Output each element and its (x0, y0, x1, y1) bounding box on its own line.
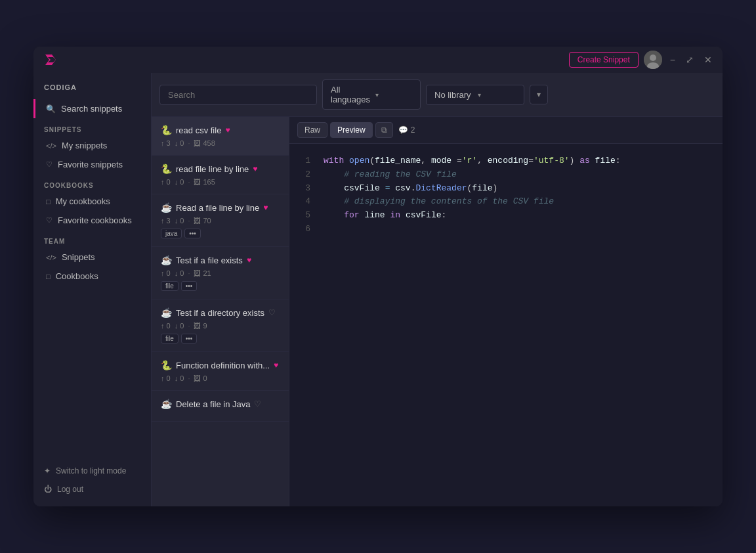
snippet-card[interactable]: 🐍 read csv file ♥ ↑ 3 ↓ 0 · 🖼 458 (152, 117, 289, 156)
sidebar-brand: CODIGA (33, 78, 151, 99)
snippet-tags: file ••• (161, 281, 280, 291)
snippet-title: ☕ Read a file line by line ♥ (161, 202, 280, 213)
logout-button[interactable]: ⏻ Log out (33, 480, 151, 498)
top-bar: All languages ▾ No library ▾ ▾ (152, 73, 723, 117)
comment-icon: 💬 (398, 125, 408, 135)
close-button[interactable]: ✕ (702, 53, 715, 66)
line-code: # reading the CSV file (324, 168, 457, 182)
code-toolbar: Raw Preview ⧉ 💬 2 (289, 117, 723, 144)
comment-button[interactable]: 💬 2 (398, 125, 415, 135)
downvote-count: ↓ 0 (175, 139, 184, 147)
book-icon: □ (46, 198, 51, 206)
snippets-section-title: SNIPPETS (33, 118, 151, 136)
snippet-card[interactable]: ☕ Read a file line by line ♥ ↑ 3 ↓ 0 · 🖼… (152, 194, 289, 247)
svg-marker-1 (48, 57, 56, 62)
snippet-list: 🐍 read csv file ♥ ↑ 3 ↓ 0 · 🖼 458 (152, 117, 289, 506)
upvote-count: ↑ 0 (161, 269, 171, 277)
favorite-heart-outline-icon: ♡ (268, 308, 276, 317)
snippet-title: ☕ Test if a file exists ♥ (161, 255, 280, 265)
downvote-count: ↓ 0 (175, 322, 184, 330)
snippet-emoji: ☕ (161, 255, 172, 265)
line-code: # displaying the contents of the CSV fil… (324, 195, 554, 209)
comment-count: 2 (411, 125, 415, 135)
line-code: csvFile = csv.DictReader(file) (324, 182, 497, 196)
code-line: 1 with open(file_name, mode ='r', encodi… (300, 154, 712, 168)
tag-more[interactable]: ••• (184, 229, 201, 238)
copy-button[interactable]: ⧉ (375, 122, 393, 138)
snippet-name: Function definition with... (176, 361, 270, 370)
favorite-snippets-label: Favorite snippets (58, 160, 123, 169)
tag[interactable]: java (161, 229, 182, 238)
view-count: 🖼 165 (194, 178, 215, 186)
tag-more[interactable]: ••• (181, 334, 198, 343)
line-number: 1 (300, 154, 310, 168)
logout-label: Log out (57, 485, 83, 494)
team-book-icon: □ (46, 273, 51, 280)
snippet-card[interactable]: ☕ Test if a file exists ♥ ↑ 0 ↓ 0 · 🖼 21… (152, 247, 289, 299)
tag-more[interactable]: ••• (181, 281, 198, 291)
line-number: 3 (300, 182, 310, 196)
sidebar-item-team-cookbooks[interactable]: □ Cookbooks (33, 267, 151, 286)
snippet-card[interactable]: ☕ Delete a file in Java ♡ (152, 391, 289, 422)
snippet-meta: ↑ 3 ↓ 0 · 🖼 458 (161, 139, 280, 147)
search-input[interactable] (159, 85, 317, 105)
tag[interactable]: file (161, 334, 178, 343)
snippet-name: Test if a file exists (176, 255, 243, 265)
snippet-meta: ↑ 0 ↓ 0 · 🖼 21 (161, 269, 280, 277)
sidebar-search-snippets[interactable]: 🔍 Search snippets (33, 99, 151, 118)
favorite-heart-icon: ♥ (247, 255, 251, 265)
sidebar-item-my-cookbooks[interactable]: □ My cookbooks (33, 192, 151, 211)
library-dropdown-label: No library (434, 90, 472, 100)
cookbooks-section-title: COOKBOOKS (33, 174, 151, 192)
snippet-meta: ↑ 3 ↓ 0 · 🖼 70 (161, 217, 280, 225)
snippet-card[interactable]: 🐍 Function definition with... ♥ ↑ 0 ↓ 0 … (152, 352, 289, 391)
create-snippet-button[interactable]: Create Snippet (569, 52, 639, 68)
sidebar: CODIGA 🔍 Search snippets SNIPPETS </> My… (33, 73, 152, 506)
right-panel: All languages ▾ No library ▾ ▾ 🐍 read (152, 73, 723, 506)
snippet-title: ☕ Delete a file in Java ♡ (161, 399, 280, 409)
line-number: 5 (300, 209, 310, 223)
code-line: 4 # displaying the contents of the CSV f… (300, 195, 712, 209)
tag[interactable]: file (161, 281, 178, 291)
line-number: 4 (300, 195, 310, 209)
snippet-name: read file line by line (176, 164, 249, 174)
view-count: 🖼 21 (194, 269, 211, 277)
team-cookbooks-label: Cookbooks (56, 271, 98, 281)
sidebar-item-favorite-cookbooks[interactable]: ♡ Favorite cookbooks (33, 211, 151, 230)
view-count: 🖼 458 (194, 139, 215, 147)
view-count: 🖼 0 (194, 374, 207, 382)
my-snippets-label: My snippets (62, 141, 107, 150)
switch-theme-label: Switch to light mode (56, 466, 126, 476)
line-number: 2 (300, 168, 310, 182)
sidebar-item-team-snippets[interactable]: </> Snippets (33, 248, 151, 267)
language-dropdown-label: All languages (331, 85, 370, 104)
maximize-button[interactable]: ⤢ (683, 53, 696, 66)
svg-point-3 (650, 55, 656, 61)
language-dropdown[interactable]: All languages ▾ (322, 79, 421, 110)
view-count: 🖼 9 (194, 322, 207, 330)
search-snippets-label: Search snippets (61, 104, 122, 114)
snippet-name: Delete a file in Java (176, 399, 250, 409)
downvote-count: ↓ 0 (175, 269, 184, 277)
upvote-count: ↑ 0 (161, 374, 171, 382)
snippet-emoji: 🐍 (161, 164, 172, 174)
favorite-heart-icon: ♥ (225, 125, 230, 135)
sidebar-item-favorite-snippets[interactable]: ♡ Favorite snippets (33, 155, 151, 174)
library-dropdown[interactable]: No library ▾ (426, 85, 524, 105)
snippet-title: 🐍 Function definition with... ♥ (161, 360, 280, 370)
avatar (644, 51, 662, 69)
snippet-meta: ↑ 0 ↓ 0 · 🖼 0 (161, 374, 280, 382)
team-section-title: TEAM (33, 230, 151, 248)
minimize-button[interactable]: − (667, 53, 678, 66)
heart-icon: ♡ (46, 160, 52, 169)
preview-button[interactable]: Preview (330, 122, 373, 138)
app-window: Create Snippet − ⤢ ✕ CODIGA 🔍 Search sni… (33, 47, 723, 506)
snippet-card[interactable]: ☕ Test if a directory exists ♡ ↑ 0 ↓ 0 ·… (152, 299, 289, 352)
switch-theme-button[interactable]: ✦ Switch to light mode (33, 462, 151, 480)
filter-button[interactable]: ▾ (530, 85, 548, 104)
sidebar-item-my-snippets[interactable]: </> My snippets (33, 136, 151, 155)
code-line: 2 # reading the CSV file (300, 168, 712, 182)
snippet-name: Test if a directory exists (176, 308, 264, 318)
snippet-card[interactable]: 🐍 read file line by line ♥ ↑ 0 ↓ 0 · 🖼 1… (152, 156, 289, 194)
raw-button[interactable]: Raw (297, 122, 327, 138)
